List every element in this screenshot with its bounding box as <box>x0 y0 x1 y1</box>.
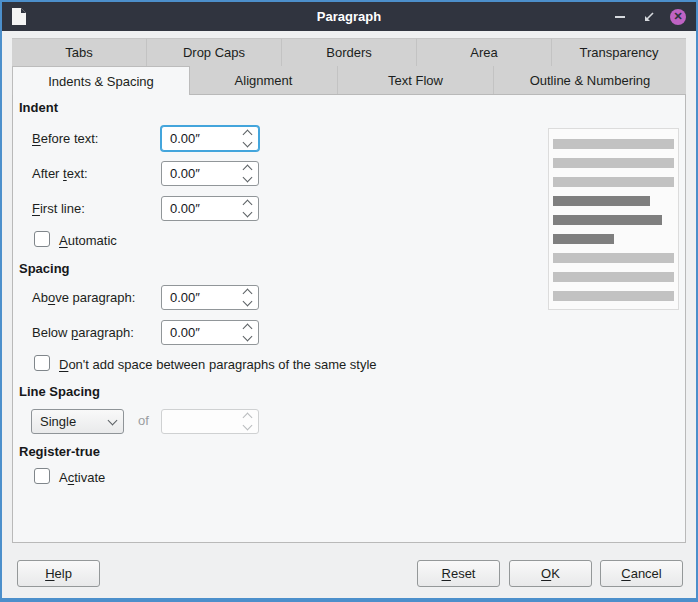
spin-down-icon[interactable] <box>236 174 258 186</box>
automatic-checkbox[interactable] <box>34 231 50 247</box>
activate-checkbox[interactable] <box>34 468 50 484</box>
preview-line <box>553 234 614 244</box>
automatic-label: Automatic <box>59 233 117 248</box>
tab-row-1: TabsDrop CapsBordersAreaTransparency <box>12 38 686 66</box>
spin-down-icon <box>236 422 258 434</box>
help-button[interactable]: Help <box>17 560 100 587</box>
above-paragraph-label: Above paragraph: <box>32 290 135 305</box>
line-spacing-heading: Line Spacing <box>19 384 100 399</box>
cancel-button[interactable]: Cancel <box>600 560 683 587</box>
paragraph-preview <box>548 128 679 310</box>
line-spacing-select[interactable]: Single <box>31 409 124 434</box>
spin-down-icon[interactable] <box>236 333 258 345</box>
dialog-body: TabsDrop CapsBordersAreaTransparency Ind… <box>2 31 696 598</box>
close-icon[interactable]: ✕ <box>670 9 686 25</box>
no-space-checkbox[interactable] <box>34 355 50 371</box>
minimize-icon[interactable] <box>612 9 628 25</box>
after-text-spinbox[interactable]: 0.00″ <box>161 161 259 186</box>
spin-down-icon[interactable] <box>236 209 258 221</box>
tab-indents-spacing[interactable]: Indents & Spacing <box>12 66 190 95</box>
before-text-label: Before text: <box>32 131 98 146</box>
line-spacing-value: Single <box>32 414 101 429</box>
ok-button[interactable]: OK <box>509 560 592 587</box>
preview-line <box>553 291 674 301</box>
spin-value: 0.00″ <box>162 201 236 216</box>
below-paragraph-spinbox[interactable]: 0.00″ <box>161 320 259 345</box>
first-line-label: First line: <box>32 201 85 216</box>
first-line-spinbox[interactable]: 0.00″ <box>161 196 259 221</box>
spacing-heading: Spacing <box>19 261 70 276</box>
line-spacing-of-spinbox <box>161 409 259 434</box>
preview-line <box>553 139 674 149</box>
document-icon <box>11 7 27 26</box>
tab-transparency[interactable]: Transparency <box>552 38 686 66</box>
tab-text-flow[interactable]: Text Flow <box>338 66 494 94</box>
below-paragraph-label: Below paragraph: <box>32 325 134 340</box>
spin-value: 0.00″ <box>162 290 236 305</box>
reset-button[interactable]: Reset <box>417 560 500 587</box>
indent-heading: Indent <box>19 100 58 115</box>
register-true-heading: Register-true <box>19 444 100 459</box>
spin-value: 0.00″ <box>162 166 236 181</box>
spin-value: 0.00″ <box>162 325 236 340</box>
paragraph-dialog: Paragraph ✕ TabsDrop CapsBordersAreaTran… <box>0 0 698 602</box>
above-paragraph-spinbox[interactable]: 0.00″ <box>161 285 259 310</box>
tab-alignment[interactable]: Alignment <box>190 66 338 94</box>
after-text-label: After text: <box>32 166 88 181</box>
tab-borders[interactable]: Borders <box>282 38 417 66</box>
activate-label: Activate <box>59 470 105 485</box>
spin-value: 0.00″ <box>162 131 236 146</box>
tab-outline-numbering[interactable]: Outline & Numbering <box>494 66 686 94</box>
preview-line <box>553 272 674 282</box>
spin-down-icon[interactable] <box>236 298 258 310</box>
preview-line <box>553 215 662 225</box>
no-space-label: Don't add space between paragraphs of th… <box>59 357 377 372</box>
preview-line <box>553 158 674 168</box>
indents-spacing-page: Indent Before text:0.00″After text:0.00″… <box>12 94 686 543</box>
tab-tabs[interactable]: Tabs <box>12 38 147 66</box>
window-controls: ✕ <box>612 9 686 25</box>
tab-drop-caps[interactable]: Drop Caps <box>147 38 282 66</box>
tab-row-2: Indents & SpacingAlignmentText FlowOutli… <box>12 66 686 94</box>
spin-down-icon[interactable] <box>236 139 258 151</box>
preview-line <box>553 253 674 263</box>
preview-line <box>553 177 674 187</box>
preview-line <box>553 196 650 206</box>
window-title: Paragraph <box>2 9 696 24</box>
restore-icon[interactable] <box>641 9 657 25</box>
tab-area[interactable]: Area <box>417 38 552 66</box>
chevron-down-icon <box>101 417 123 426</box>
titlebar[interactable]: Paragraph ✕ <box>2 2 696 31</box>
of-label: of <box>138 413 149 428</box>
before-text-spinbox[interactable]: 0.00″ <box>161 126 259 151</box>
